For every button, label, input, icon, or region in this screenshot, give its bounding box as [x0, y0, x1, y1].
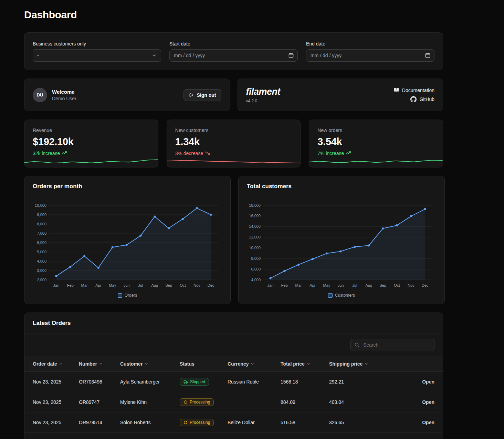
filter-business-customers: Business customers only - [33, 41, 161, 62]
customers-line-chart: 4,0006,0008,00010,00012,00014,00016,0001… [247, 203, 436, 289]
action-cell: Open [375, 412, 443, 433]
business-customers-select-value: - [37, 53, 39, 58]
legend-item-orders[interactable]: Orders [33, 293, 222, 298]
svg-text:Mar: Mar [81, 283, 88, 287]
refresh-icon [183, 400, 188, 404]
svg-text:14,000: 14,000 [249, 224, 261, 228]
about-card: filament v4.2.0 Documentation GitHub [238, 79, 443, 111]
svg-text:Jun: Jun [124, 283, 130, 287]
stat-description: 7% increase [317, 151, 434, 156]
stat-label: Revenue [33, 127, 150, 133]
customer-cell: Ayla Schamberger [116, 372, 176, 392]
total-price-cell: 145.38 [276, 433, 325, 439]
svg-text:Feb: Feb [67, 283, 74, 287]
end-date-input[interactable] [306, 49, 434, 62]
calendar-icon[interactable] [425, 52, 431, 58]
stat-value: 3.54k [317, 136, 434, 147]
order-number-cell: OR89747 [75, 392, 116, 412]
calendar-icon[interactable] [288, 52, 294, 58]
sign-out-button[interactable]: Sign out [183, 89, 221, 101]
currency-cell [223, 392, 276, 412]
svg-text:8,000: 8,000 [37, 222, 46, 226]
revenue-sparkline [24, 157, 158, 167]
column-header-order-date[interactable]: Order date [24, 356, 75, 372]
sort-icon [59, 362, 63, 366]
currency-cell: Namibia Dollar [223, 433, 276, 439]
welcome-subtitle: Demo User [52, 96, 76, 101]
orders-per-month-chart-card: Orders per month 2,0003,0004,0005,0006,0… [24, 176, 231, 304]
svg-text:4,000: 4,000 [37, 259, 46, 263]
svg-text:Mar: Mar [295, 283, 302, 287]
page-title: Dashboard [24, 9, 443, 21]
svg-text:Feb: Feb [281, 283, 288, 287]
sign-out-icon [189, 92, 194, 98]
order-row: Nov 23, 2025OR89747Mylene KihnProcessing… [24, 392, 443, 412]
open-order-link[interactable]: Open [422, 399, 434, 405]
svg-text:10,000: 10,000 [35, 203, 46, 207]
status-cell: Processing [176, 433, 223, 439]
order-date-cell: Nov 23, 2025 [24, 433, 75, 439]
column-header-shipping-price[interactable]: Shipping price [325, 356, 375, 372]
column-header-currency[interactable]: Currency [223, 356, 276, 372]
dashboard-page: Dashboard Business customers only - Star… [24, 0, 443, 439]
svg-text:3,000: 3,000 [37, 268, 46, 273]
column-header-number[interactable]: Number [75, 356, 116, 372]
svg-text:Jul: Jul [138, 283, 143, 287]
order-date-cell: Nov 23, 2025 [24, 392, 75, 412]
customer-cell: Solon Roberts [116, 412, 176, 433]
svg-text:Jun: Jun [338, 283, 344, 287]
order-number-cell: OR526145 [75, 433, 116, 439]
stat-description: 3% decrease [175, 151, 292, 156]
column-header-customer[interactable]: Customer [116, 356, 176, 372]
svg-text:May: May [109, 283, 116, 287]
shipping-price-cell: 403.04 [325, 392, 375, 412]
welcome-title: Welcome [52, 89, 76, 95]
status-cell: Processing [176, 412, 223, 433]
open-order-link[interactable]: Open [422, 420, 434, 425]
currency-cell: Russian Ruble [223, 372, 276, 392]
svg-text:Jul: Jul [352, 283, 357, 287]
action-cell: Open [375, 433, 443, 439]
search-icon [354, 342, 360, 348]
svg-text:May: May [323, 283, 330, 287]
truck-icon [183, 380, 188, 384]
status-badge: Processing [180, 398, 214, 406]
action-cell: Open [375, 392, 443, 412]
end-date-label: End date [306, 41, 434, 47]
github-label: GitHub [419, 96, 434, 102]
business-customers-select[interactable]: - [33, 49, 161, 62]
sort-icon [145, 362, 148, 366]
svg-text:Nov: Nov [408, 283, 414, 287]
start-date-input[interactable] [169, 49, 298, 62]
shipping-price-cell: 456.96 [325, 433, 375, 439]
chevron-down-icon [152, 53, 157, 58]
stat-description-text: 7% increase [317, 151, 344, 156]
svg-text:Oct: Oct [394, 283, 400, 287]
svg-text:8,000: 8,000 [251, 256, 261, 261]
version-label: v4.2.0 [246, 99, 281, 103]
stat-label: New customers [175, 127, 292, 133]
documentation-link[interactable]: Documentation [393, 87, 434, 93]
svg-text:Apr: Apr [95, 283, 101, 287]
filter-end-date: End date [306, 41, 434, 62]
search-input[interactable] [350, 339, 434, 351]
refresh-icon [183, 420, 188, 425]
column-header-total-price[interactable]: Total price [276, 356, 325, 372]
stat-card-new-customers: New customers 1.34k 3% decrease [167, 120, 301, 167]
shipping-price-cell: 292.21 [325, 372, 375, 392]
latest-orders-section: Latest Orders Order dateNumberCustomerSt… [24, 313, 443, 439]
svg-text:Oct: Oct [180, 283, 186, 287]
legend-marker [118, 293, 122, 298]
trending-up-icon [62, 151, 67, 156]
sort-icon [365, 362, 368, 366]
new-customers-sparkline [167, 157, 301, 167]
github-link[interactable]: GitHub [410, 96, 434, 102]
documentation-label: Documentation [402, 88, 434, 93]
legend-item-customers[interactable]: Customers [247, 293, 436, 298]
svg-text:6,000: 6,000 [251, 267, 261, 271]
orders-line-chart: 2,0003,0004,0005,0006,0007,0008,0009,000… [33, 203, 222, 289]
welcome-card: DU Welcome Demo User Sign out [24, 79, 230, 111]
status-cell: Shipped [176, 372, 223, 392]
open-order-link[interactable]: Open [422, 379, 434, 385]
avatar: DU [33, 88, 47, 102]
